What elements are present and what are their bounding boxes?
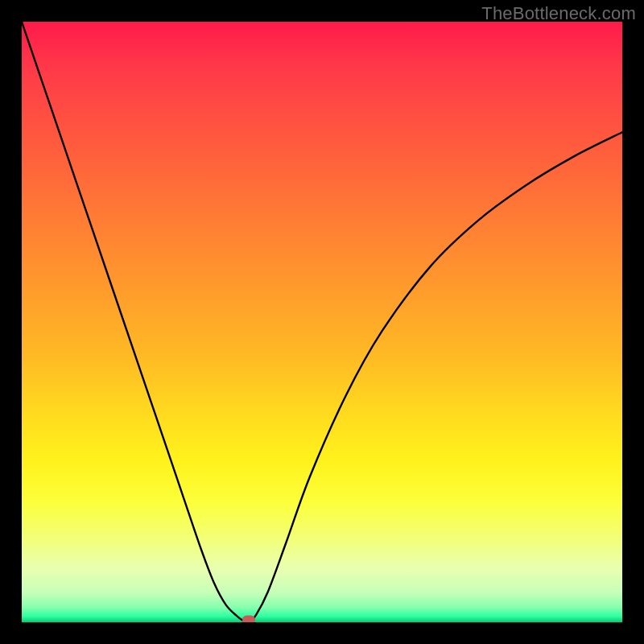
watermark-text: TheBottleneck.com <box>481 3 636 24</box>
plot-area <box>22 22 622 622</box>
bottleneck-curve <box>22 22 622 622</box>
chart-frame: TheBottleneck.com <box>0 0 644 644</box>
optimal-point-marker <box>242 616 255 622</box>
